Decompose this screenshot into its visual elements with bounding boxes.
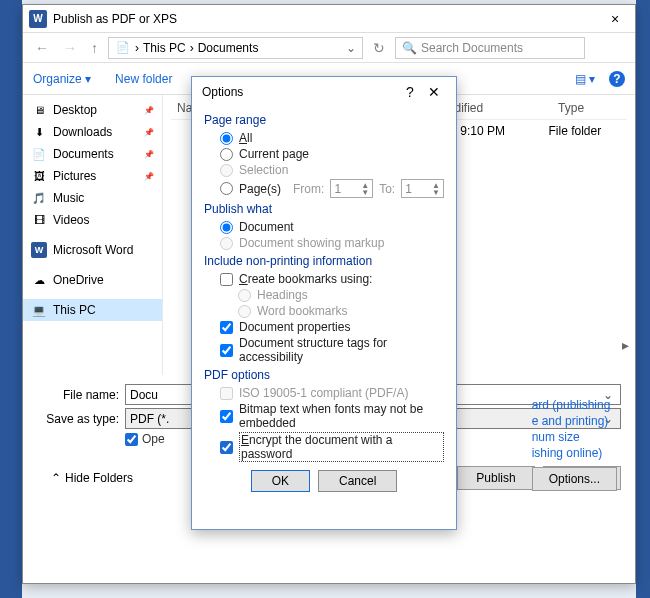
sidebar-item-label: Pictures [53, 169, 96, 183]
sidebar-item-label: Microsoft Word [53, 243, 133, 257]
chk-bookmarks[interactable]: Create bookmarks using: [220, 272, 444, 286]
folder-icon: 🖥 [31, 102, 47, 118]
sidebar-item-onedrive[interactable]: ☁OneDrive [23, 269, 162, 291]
col-type[interactable]: Type [552, 97, 627, 119]
search-input[interactable]: 🔍 Search Documents [395, 37, 585, 59]
folder-icon: ☁ [31, 272, 47, 288]
folder-icon: ⬇ [31, 124, 47, 140]
pin-icon: 📌 [144, 128, 154, 137]
sidebar-item-desktop[interactable]: 🖥Desktop📌 [23, 99, 162, 121]
radio-all[interactable]: All [220, 131, 444, 145]
up-icon[interactable]: ↑ [87, 38, 102, 58]
pin-icon: 📌 [144, 150, 154, 159]
address-bar: ← → ↑ 📄 › This PC › Documents ⌄ ↻ 🔍 Sear… [23, 33, 635, 63]
sidebar-item-videos[interactable]: 🎞Videos [23, 209, 162, 231]
cancel-button[interactable]: Cancel [318, 470, 397, 492]
chk-encrypt[interactable]: Encrypt the document with a password [220, 432, 444, 462]
chk-iso: ISO 19005-1 compliant (PDF/A) [220, 386, 444, 400]
sidebar-item-music[interactable]: 🎵Music [23, 187, 162, 209]
sidebar-item-downloads[interactable]: ⬇Downloads📌 [23, 121, 162, 143]
options-button[interactable]: Options... [532, 467, 617, 491]
radio-current[interactable]: Current page [220, 147, 444, 161]
folder-icon: 📄 [31, 146, 47, 162]
sidebar-item-label: OneDrive [53, 273, 104, 287]
pin-icon: 📌 [144, 106, 154, 115]
sidebar: 🖥Desktop📌⬇Downloads📌📄Documents📌🖼Pictures… [23, 95, 163, 375]
options-title: Options [202, 85, 398, 99]
folder-icon: W [31, 242, 47, 258]
options-dialog: Options ? ✕ Page range All Current page … [191, 76, 457, 530]
folder-icon: 🎞 [31, 212, 47, 228]
saveas-label: Save as type: [37, 412, 119, 426]
help-icon[interactable]: ? [609, 71, 625, 87]
filename-label: File name: [37, 388, 119, 402]
forward-icon: → [59, 38, 81, 58]
sidebar-item-label: Downloads [53, 125, 112, 139]
help-icon[interactable]: ? [398, 84, 422, 100]
from-spinner[interactable]: 1▲▼ [330, 179, 373, 198]
sidebar-item-label: Music [53, 191, 84, 205]
view-icon[interactable]: ▤ ▾ [575, 72, 595, 86]
chk-doc-props[interactable]: Document properties [220, 320, 444, 334]
search-icon: 🔍 [402, 41, 417, 55]
folder-icon: 💻 [31, 302, 47, 318]
radio-document[interactable]: Document [220, 220, 444, 234]
section-publish-what: Publish what [204, 202, 444, 216]
sidebar-item-label: Desktop [53, 103, 97, 117]
sidebar-item-microsoft-word[interactable]: WMicrosoft Word [23, 239, 162, 261]
pin-icon: 📌 [144, 172, 154, 181]
sidebar-item-documents[interactable]: 📄Documents📌 [23, 143, 162, 165]
search-placeholder: Search Documents [421, 41, 523, 55]
to-spinner[interactable]: 1▲▼ [401, 179, 444, 198]
scroll-right-icon[interactable]: ▸ [622, 337, 629, 353]
optimize-options: ard (publishing e and printing) num size… [532, 397, 617, 491]
sidebar-item-label: Documents [53, 147, 114, 161]
radio-pages[interactable]: Page(s) From: 1▲▼ To: 1▲▼ [220, 179, 444, 198]
word-app-icon: W [29, 10, 47, 28]
new-folder-button[interactable]: New folder [115, 72, 172, 86]
chk-bitmap[interactable]: Bitmap text when fonts may not be embedd… [220, 402, 444, 430]
section-page-range: Page range [204, 113, 444, 127]
breadcrumb-folder[interactable]: Documents [198, 41, 259, 55]
folder-icon: 📄 [115, 40, 131, 56]
ok-button[interactable]: OK [251, 470, 310, 492]
sidebar-item-pictures[interactable]: 🖼Pictures📌 [23, 165, 162, 187]
titlebar: W Publish as PDF or XPS × [23, 5, 635, 33]
radio-doc-markup: Document showing markup [220, 236, 444, 250]
back-icon[interactable]: ← [31, 38, 53, 58]
dialog-title: Publish as PDF or XPS [53, 12, 595, 26]
radio-headings: Headings [238, 288, 444, 302]
section-pdf-options: PDF options [204, 368, 444, 382]
radio-selection: Selection [220, 163, 444, 177]
radio-word-bm: Word bookmarks [238, 304, 444, 318]
publish-button[interactable]: Publish [457, 466, 535, 490]
breadcrumb-root[interactable]: This PC [143, 41, 186, 55]
sidebar-item-this-pc[interactable]: 💻This PC [23, 299, 162, 321]
organize-button[interactable]: Organize ▾ [33, 72, 91, 86]
close-icon[interactable]: ✕ [422, 84, 446, 100]
chevron-up-icon: ⌃ [51, 471, 61, 485]
chk-doc-struct[interactable]: Document structure tags for accessibilit… [220, 336, 444, 364]
folder-icon: 🖼 [31, 168, 47, 184]
close-icon[interactable]: × [595, 11, 635, 27]
breadcrumb[interactable]: 📄 › This PC › Documents ⌄ [108, 37, 363, 59]
folder-icon: 🎵 [31, 190, 47, 206]
hide-folders-button[interactable]: ⌃ Hide Folders [37, 471, 133, 485]
sidebar-item-label: This PC [53, 303, 96, 317]
sidebar-item-label: Videos [53, 213, 89, 227]
refresh-icon[interactable]: ↻ [369, 38, 389, 58]
section-include: Include non-printing information [204, 254, 444, 268]
